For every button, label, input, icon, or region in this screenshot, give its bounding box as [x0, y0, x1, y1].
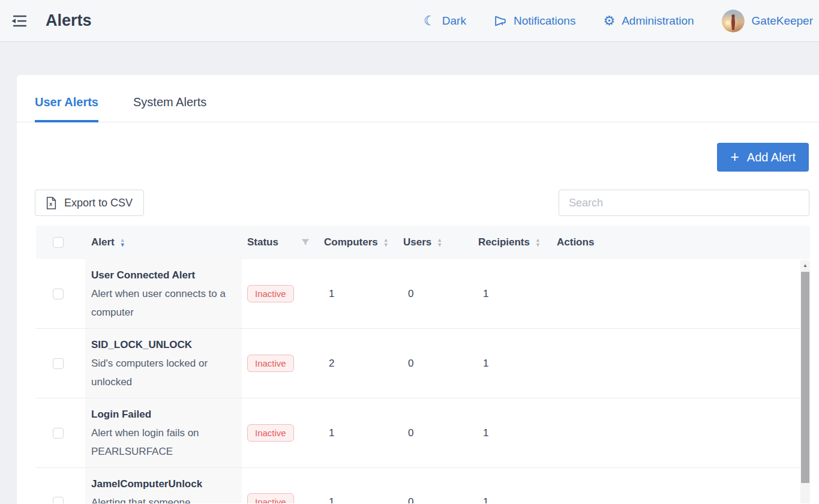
- table-scrollbar[interactable]: ▲: [800, 260, 810, 503]
- status-badge: Inactive: [247, 355, 294, 372]
- topbar-left: Alerts: [8, 11, 92, 31]
- computers-count: 1: [317, 259, 396, 328]
- row-checkbox[interactable]: [53, 289, 64, 299]
- topbar-right: ☾ Dark Notifications ⚙ Administration: [424, 10, 813, 32]
- topbar: Alerts ☾ Dark Notifications ⚙ Administra…: [0, 0, 819, 42]
- tab-user-alerts[interactable]: User Alerts: [35, 95, 98, 122]
- menu-collapse-icon: [10, 14, 27, 28]
- header-actions: Actions: [552, 236, 810, 248]
- alert-description: Alert when login fails on PEARLSURFACE: [91, 424, 235, 461]
- alert-cell: Login Failed Alert when login fails on P…: [85, 398, 242, 467]
- header-status: Status: [242, 236, 317, 248]
- table-row: JamelComputerUnlock Alerting that someon…: [36, 468, 810, 503]
- users-count: 0: [396, 259, 471, 328]
- select-all-checkbox[interactable]: [53, 237, 64, 248]
- actions-cell: [552, 468, 810, 503]
- table-row: SID_LOCK_UNLOCK Sid's computers locked o…: [36, 329, 810, 398]
- actions-cell: [552, 259, 810, 328]
- user-name: GateKeeper: [752, 14, 813, 28]
- computers-count: 1: [317, 398, 396, 467]
- alert-name: Login Failed: [91, 405, 235, 424]
- scroll-up-icon: ▲: [803, 263, 808, 268]
- alert-cell: JamelComputerUnlock Alerting that someon…: [85, 468, 242, 503]
- svg-text:x: x: [49, 200, 53, 207]
- table-row: User Connected Alert Alert when user con…: [36, 259, 810, 329]
- status-badge: Inactive: [247, 285, 294, 302]
- dark-mode-toggle[interactable]: ☾ Dark: [424, 14, 466, 28]
- csv-file-icon: x: [46, 197, 56, 209]
- header-recipients[interactable]: Recipients ▲ ▼: [471, 236, 552, 248]
- plus-icon: +: [730, 149, 739, 164]
- actions-cell: [552, 329, 810, 398]
- add-alert-row: + Add Alert: [17, 122, 819, 172]
- scrollbar-thumb[interactable]: [801, 272, 809, 483]
- table-toolbar: x Export to CSV: [17, 172, 819, 226]
- status-cell: Inactive: [242, 468, 317, 503]
- export-csv-label: Export to CSV: [64, 197, 133, 209]
- users-count: 0: [396, 468, 471, 503]
- row-checkbox-cell: [36, 468, 85, 503]
- row-checkbox[interactable]: [53, 428, 64, 439]
- table-header: Alert ▲ ▼ Status Computers ▲ ▼: [36, 226, 810, 259]
- page-title: Alerts: [46, 11, 92, 30]
- export-csv-button[interactable]: x Export to CSV: [35, 190, 144, 216]
- gear-icon: ⚙: [603, 14, 615, 28]
- table-body-rows: User Connected Alert Alert when user con…: [36, 259, 810, 503]
- recipients-count: 1: [471, 398, 552, 467]
- filter-funnel-icon[interactable]: [301, 239, 310, 246]
- row-checkbox-cell: [36, 259, 85, 328]
- alert-description: Sid's computers locked or unlocked: [91, 354, 235, 391]
- nav-administration[interactable]: ⚙ Administration: [603, 14, 694, 28]
- avatar: [722, 10, 745, 32]
- search-input[interactable]: [559, 190, 809, 216]
- dark-mode-label: Dark: [442, 14, 466, 28]
- status-badge: Inactive: [247, 493, 294, 503]
- header-checkbox-cell: [36, 237, 85, 248]
- status-cell: Inactive: [242, 259, 317, 328]
- header-users[interactable]: Users ▲ ▼: [396, 236, 471, 248]
- row-checkbox[interactable]: [53, 497, 64, 504]
- alert-description: Alerting that someone: [91, 493, 235, 503]
- alerts-table: Alert ▲ ▼ Status Computers ▲ ▼: [36, 226, 810, 503]
- tab-system-alerts[interactable]: System Alerts: [133, 95, 206, 122]
- actions-cell: [552, 398, 810, 467]
- row-checkbox-cell: [36, 398, 85, 467]
- users-count: 0: [396, 398, 471, 467]
- tabs: User Alerts System Alerts: [17, 75, 819, 122]
- nav-notifications[interactable]: Notifications: [494, 14, 576, 28]
- add-alert-button[interactable]: + Add Alert: [717, 143, 809, 172]
- header-alert[interactable]: Alert ▲ ▼: [85, 236, 242, 248]
- recipients-count: 1: [471, 259, 552, 328]
- recipients-count: 1: [471, 329, 552, 398]
- alert-cell: User Connected Alert Alert when user con…: [85, 259, 242, 328]
- notifications-label: Notifications: [514, 14, 576, 28]
- alert-description: Alert when user connects to a computer: [91, 284, 235, 322]
- table-row: Login Failed Alert when login fails on P…: [36, 398, 810, 468]
- computers-count: 2: [317, 329, 396, 398]
- status-cell: Inactive: [242, 329, 317, 398]
- sidebar-toggle-button[interactable]: [8, 11, 29, 31]
- scrollbar-up-button[interactable]: ▲: [800, 260, 810, 271]
- sort-icon-computers[interactable]: ▲ ▼: [383, 238, 389, 247]
- user-menu[interactable]: GateKeeper: [722, 10, 813, 32]
- table-body: User Connected Alert Alert when user con…: [36, 259, 810, 503]
- header-computers[interactable]: Computers ▲ ▼: [317, 236, 396, 248]
- recipients-count: 1: [471, 468, 552, 503]
- alert-name: User Connected Alert: [91, 266, 235, 284]
- sort-icon-alert[interactable]: ▲ ▼: [120, 238, 125, 247]
- moon-icon: ☾: [424, 14, 436, 28]
- row-checkbox[interactable]: [53, 358, 64, 369]
- administration-label: Administration: [622, 14, 694, 28]
- alert-cell: SID_LOCK_UNLOCK Sid's computers locked o…: [85, 329, 242, 398]
- sort-icon-users[interactable]: ▲ ▼: [437, 238, 442, 247]
- status-badge: Inactive: [247, 424, 294, 442]
- add-alert-label: Add Alert: [747, 151, 796, 164]
- megaphone-icon: [494, 14, 507, 28]
- alert-name: JamelComputerUnlock: [91, 475, 235, 493]
- status-cell: Inactive: [242, 398, 317, 467]
- alert-name: SID_LOCK_UNLOCK: [91, 335, 235, 354]
- computers-count: 1: [317, 468, 396, 503]
- row-checkbox-cell: [36, 329, 85, 398]
- users-count: 0: [396, 329, 471, 398]
- sort-icon-recipients[interactable]: ▲ ▼: [535, 238, 541, 247]
